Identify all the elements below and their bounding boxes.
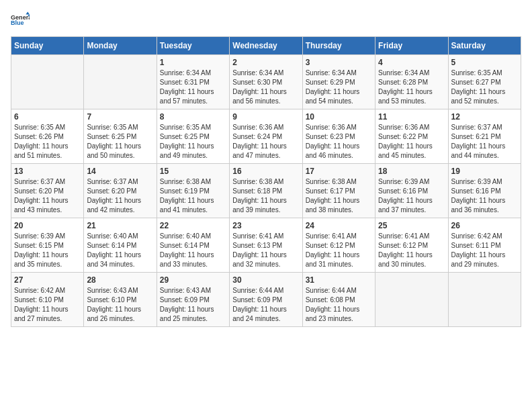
cell-info: Sunrise: 6:34 AM Sunset: 6:30 PM Dayligh… — [232, 68, 299, 106]
day-number: 26 — [451, 221, 518, 230]
weekday-header-saturday: Saturday — [448, 37, 521, 55]
calendar-cell: 28Sunrise: 6:43 AM Sunset: 6:10 PM Dayli… — [84, 273, 157, 327]
calendar-cell: 17Sunrise: 6:38 AM Sunset: 6:17 PM Dayli… — [302, 164, 375, 218]
cell-info: Sunrise: 6:42 AM Sunset: 6:10 PM Dayligh… — [14, 286, 81, 324]
calendar-cell — [375, 273, 448, 327]
calendar-cell: 29Sunrise: 6:43 AM Sunset: 6:09 PM Dayli… — [157, 273, 229, 327]
calendar-cell: 1Sunrise: 6:34 AM Sunset: 6:31 PM Daylig… — [157, 55, 229, 109]
calendar-cell: 13Sunrise: 6:37 AM Sunset: 6:20 PM Dayli… — [11, 164, 84, 218]
day-number: 7 — [87, 112, 153, 122]
svg-text:Blue: Blue — [11, 19, 24, 26]
cell-info: Sunrise: 6:36 AM Sunset: 6:22 PM Dayligh… — [378, 123, 445, 161]
calendar-week-row: 6Sunrise: 6:35 AM Sunset: 6:26 PM Daylig… — [11, 109, 521, 164]
calendar-cell: 11Sunrise: 6:36 AM Sunset: 6:22 PM Dayli… — [375, 109, 448, 164]
calendar-cell — [448, 273, 521, 327]
cell-info: Sunrise: 6:35 AM Sunset: 6:25 PM Dayligh… — [160, 123, 226, 161]
cell-info: Sunrise: 6:43 AM Sunset: 6:09 PM Dayligh… — [160, 286, 226, 324]
day-number: 14 — [87, 167, 153, 176]
cell-info: Sunrise: 6:36 AM Sunset: 6:23 PM Dayligh… — [306, 123, 372, 161]
day-number: 22 — [160, 221, 226, 230]
day-number: 30 — [232, 275, 299, 285]
cell-info: Sunrise: 6:38 AM Sunset: 6:17 PM Dayligh… — [306, 177, 372, 215]
calendar-cell: 21Sunrise: 6:40 AM Sunset: 6:14 PM Dayli… — [84, 218, 157, 273]
cell-info: Sunrise: 6:44 AM Sunset: 6:09 PM Dayligh… — [232, 286, 299, 324]
cell-info: Sunrise: 6:39 AM Sunset: 6:16 PM Dayligh… — [451, 177, 518, 215]
cell-info: Sunrise: 6:44 AM Sunset: 6:08 PM Dayligh… — [306, 286, 372, 324]
calendar-cell: 6Sunrise: 6:35 AM Sunset: 6:26 PM Daylig… — [11, 109, 84, 164]
day-number: 18 — [378, 167, 445, 176]
day-number: 29 — [160, 275, 226, 285]
day-number: 25 — [378, 221, 445, 230]
calendar-cell: 10Sunrise: 6:36 AM Sunset: 6:23 PM Dayli… — [302, 109, 375, 164]
day-number: 1 — [160, 58, 226, 67]
weekday-header-thursday: Thursday — [302, 37, 375, 55]
weekday-header-tuesday: Tuesday — [157, 37, 229, 55]
calendar-cell: 15Sunrise: 6:38 AM Sunset: 6:19 PM Dayli… — [157, 164, 229, 218]
cell-info: Sunrise: 6:41 AM Sunset: 6:12 PM Dayligh… — [378, 232, 445, 269]
calendar-cell: 20Sunrise: 6:39 AM Sunset: 6:15 PM Dayli… — [11, 218, 84, 273]
calendar-cell: 22Sunrise: 6:40 AM Sunset: 6:14 PM Dayli… — [157, 218, 229, 273]
logo: General Blue — [11, 11, 30, 30]
day-number: 10 — [306, 112, 372, 122]
calendar-cell: 3Sunrise: 6:34 AM Sunset: 6:29 PM Daylig… — [302, 55, 375, 109]
day-number: 19 — [451, 167, 518, 176]
day-number: 3 — [306, 58, 372, 67]
calendar-cell: 12Sunrise: 6:37 AM Sunset: 6:21 PM Dayli… — [448, 109, 521, 164]
cell-info: Sunrise: 6:38 AM Sunset: 6:19 PM Dayligh… — [160, 177, 226, 215]
cell-info: Sunrise: 6:37 AM Sunset: 6:21 PM Dayligh… — [451, 123, 518, 161]
calendar-cell: 31Sunrise: 6:44 AM Sunset: 6:08 PM Dayli… — [302, 273, 375, 327]
cell-info: Sunrise: 6:39 AM Sunset: 6:16 PM Dayligh… — [378, 177, 445, 215]
cell-info: Sunrise: 6:37 AM Sunset: 6:20 PM Dayligh… — [14, 177, 81, 215]
logo-icon: General Blue — [11, 11, 30, 30]
calendar-cell: 19Sunrise: 6:39 AM Sunset: 6:16 PM Dayli… — [448, 164, 521, 218]
calendar-week-row: 13Sunrise: 6:37 AM Sunset: 6:20 PM Dayli… — [11, 164, 521, 218]
day-number: 13 — [14, 167, 81, 176]
calendar-table: SundayMondayTuesdayWednesdayThursdayFrid… — [11, 36, 521, 327]
cell-info: Sunrise: 6:37 AM Sunset: 6:20 PM Dayligh… — [87, 177, 153, 215]
day-number: 2 — [232, 58, 299, 67]
cell-info: Sunrise: 6:34 AM Sunset: 6:29 PM Dayligh… — [306, 68, 372, 106]
calendar-cell: 18Sunrise: 6:39 AM Sunset: 6:16 PM Dayli… — [375, 164, 448, 218]
cell-info: Sunrise: 6:41 AM Sunset: 6:13 PM Dayligh… — [232, 232, 299, 269]
day-number: 17 — [306, 167, 372, 176]
calendar-cell: 25Sunrise: 6:41 AM Sunset: 6:12 PM Dayli… — [375, 218, 448, 273]
header: General Blue — [11, 11, 521, 30]
cell-info: Sunrise: 6:38 AM Sunset: 6:18 PM Dayligh… — [232, 177, 299, 215]
calendar-cell: 27Sunrise: 6:42 AM Sunset: 6:10 PM Dayli… — [11, 273, 84, 327]
cell-info: Sunrise: 6:35 AM Sunset: 6:25 PM Dayligh… — [87, 123, 153, 161]
day-number: 28 — [87, 275, 153, 285]
weekday-header-row: SundayMondayTuesdayWednesdayThursdayFrid… — [11, 37, 521, 55]
calendar-cell: 30Sunrise: 6:44 AM Sunset: 6:09 PM Dayli… — [230, 273, 302, 327]
calendar-week-row: 1Sunrise: 6:34 AM Sunset: 6:31 PM Daylig… — [11, 55, 521, 109]
cell-info: Sunrise: 6:40 AM Sunset: 6:14 PM Dayligh… — [87, 232, 153, 269]
calendar-cell: 23Sunrise: 6:41 AM Sunset: 6:13 PM Dayli… — [230, 218, 302, 273]
day-number: 27 — [14, 275, 81, 285]
calendar-cell: 8Sunrise: 6:35 AM Sunset: 6:25 PM Daylig… — [157, 109, 229, 164]
calendar-cell: 16Sunrise: 6:38 AM Sunset: 6:18 PM Dayli… — [230, 164, 302, 218]
calendar-week-row: 20Sunrise: 6:39 AM Sunset: 6:15 PM Dayli… — [11, 218, 521, 273]
calendar-cell — [11, 55, 84, 109]
day-number: 23 — [232, 221, 299, 230]
calendar-cell: 7Sunrise: 6:35 AM Sunset: 6:25 PM Daylig… — [84, 109, 157, 164]
cell-info: Sunrise: 6:42 AM Sunset: 6:11 PM Dayligh… — [451, 232, 518, 269]
cell-info: Sunrise: 6:43 AM Sunset: 6:10 PM Dayligh… — [87, 286, 153, 324]
cell-info: Sunrise: 6:36 AM Sunset: 6:24 PM Dayligh… — [232, 123, 299, 161]
calendar-cell: 2Sunrise: 6:34 AM Sunset: 6:30 PM Daylig… — [230, 55, 302, 109]
day-number: 21 — [87, 221, 153, 230]
weekday-header-monday: Monday — [84, 37, 157, 55]
cell-info: Sunrise: 6:34 AM Sunset: 6:31 PM Dayligh… — [160, 68, 226, 106]
svg-marker-2 — [26, 11, 30, 14]
day-number: 5 — [451, 58, 518, 67]
day-number: 9 — [232, 112, 299, 122]
day-number: 16 — [232, 167, 299, 176]
day-number: 20 — [14, 221, 81, 230]
calendar-cell: 14Sunrise: 6:37 AM Sunset: 6:20 PM Dayli… — [84, 164, 157, 218]
day-number: 12 — [451, 112, 518, 122]
day-number: 6 — [14, 112, 81, 122]
day-number: 11 — [378, 112, 445, 122]
calendar-cell: 5Sunrise: 6:35 AM Sunset: 6:27 PM Daylig… — [448, 55, 521, 109]
weekday-header-wednesday: Wednesday — [230, 37, 302, 55]
calendar-cell: 4Sunrise: 6:34 AM Sunset: 6:28 PM Daylig… — [375, 55, 448, 109]
cell-info: Sunrise: 6:34 AM Sunset: 6:28 PM Dayligh… — [378, 68, 445, 106]
cell-info: Sunrise: 6:41 AM Sunset: 6:12 PM Dayligh… — [306, 232, 372, 269]
